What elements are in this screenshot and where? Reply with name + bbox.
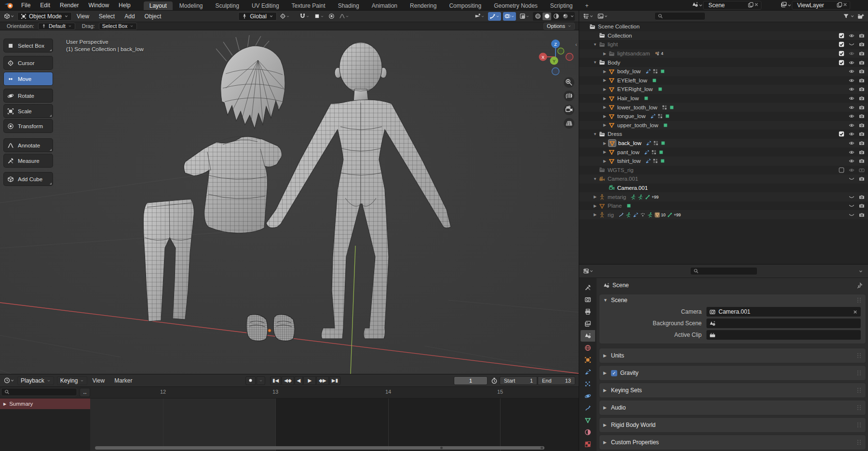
channel-search[interactable]: ↔ bbox=[1, 388, 77, 397]
timeline-scrollbar[interactable] bbox=[95, 446, 544, 450]
disable-render-icon[interactable] bbox=[859, 140, 865, 146]
eye-slot[interactable] bbox=[848, 51, 855, 56]
viewlayer-name[interactable]: ViewLayer bbox=[794, 2, 837, 9]
clear-icon[interactable] bbox=[853, 309, 858, 315]
outliner-row-camera-001[interactable]: Camera.001 bbox=[579, 184, 868, 193]
workspace-tab-rendering[interactable]: Rendering bbox=[404, 1, 442, 10]
overlays-toggle[interactable] bbox=[503, 12, 516, 21]
outliner-row-hair_low[interactable]: ▶Hair_low bbox=[579, 94, 868, 103]
visibility-toggle[interactable] bbox=[473, 12, 486, 21]
mod-icon[interactable] bbox=[652, 68, 658, 74]
outliner-row-light[interactable]: ▼light bbox=[579, 40, 868, 49]
disclosure-right-icon[interactable]: ▶ bbox=[601, 141, 608, 146]
workspace-tab-texture-paint[interactable]: Texture Paint bbox=[286, 1, 331, 10]
camera-slot[interactable] bbox=[858, 51, 865, 56]
transform-orientation-dropdown[interactable]: Global bbox=[238, 12, 277, 21]
chevron-down-icon[interactable] bbox=[787, 3, 792, 8]
hide-eye-icon[interactable] bbox=[849, 41, 854, 47]
checkbox-slot[interactable] bbox=[838, 60, 845, 66]
tool-select-box[interactable]: Select Box bbox=[4, 39, 53, 52]
tool-add-cube[interactable]: Add Cube bbox=[4, 172, 53, 186]
camera-slot[interactable] bbox=[858, 131, 865, 137]
meshdata-icon[interactable] bbox=[643, 95, 649, 101]
close-icon[interactable] bbox=[842, 2, 848, 7]
object-mode-dropdown[interactable]: Object Mode bbox=[17, 12, 72, 21]
eye-slot[interactable] bbox=[848, 140, 855, 146]
disable-render-icon[interactable] bbox=[859, 122, 865, 128]
outliner-row-back_low[interactable]: ▶back_low bbox=[579, 139, 868, 148]
menu-help[interactable]: Help bbox=[114, 2, 136, 9]
meshdata-icon[interactable] bbox=[626, 203, 632, 209]
hide-eye-icon[interactable] bbox=[849, 203, 854, 209]
eye-slot[interactable] bbox=[848, 105, 855, 110]
dots-icon[interactable] bbox=[640, 212, 646, 218]
menu-file[interactable]: File bbox=[16, 2, 35, 9]
disclosure-right-icon[interactable]: ▶ bbox=[601, 78, 608, 82]
collection-checkbox-on[interactable] bbox=[839, 51, 844, 56]
camera-slot[interactable] bbox=[858, 41, 865, 47]
timeline-menu-marker[interactable]: Marker bbox=[109, 377, 137, 384]
checkbox-slot[interactable] bbox=[838, 131, 845, 137]
wrench-icon[interactable] bbox=[650, 113, 656, 119]
pose-icon[interactable] bbox=[625, 212, 631, 218]
outliner-row-upper_tooth_low[interactable]: ▶upper_tooth_low bbox=[579, 121, 868, 130]
meshdata-icon[interactable] bbox=[665, 113, 670, 119]
properties-tab-physics[interactable] bbox=[581, 390, 595, 402]
mod-icon[interactable] bbox=[657, 113, 663, 119]
properties-tab-constraints[interactable] bbox=[581, 402, 595, 414]
meshdata-icon[interactable] bbox=[660, 158, 665, 164]
mesh-shoes[interactable] bbox=[246, 315, 295, 341]
mesh-pant-low[interactable] bbox=[143, 199, 194, 321]
checkbox-slot[interactable] bbox=[838, 41, 845, 47]
camera-slot[interactable] bbox=[858, 95, 865, 101]
disclosure-down-icon[interactable]: ▼ bbox=[592, 177, 598, 181]
current-frame-field[interactable]: 1 bbox=[454, 376, 488, 385]
disable-render-icon[interactable] bbox=[859, 105, 865, 110]
play-button[interactable]: ▶ bbox=[303, 376, 316, 385]
properties-tab-output[interactable] bbox=[581, 306, 595, 318]
close-icon[interactable] bbox=[842, 2, 848, 9]
disclosure-right-icon[interactable]: ▶ bbox=[601, 52, 608, 56]
menu-window[interactable]: Window bbox=[83, 2, 114, 9]
collection-checkbox-on[interactable] bbox=[839, 33, 844, 39]
meshdata-icon[interactable] bbox=[663, 122, 668, 128]
meshdata-icon[interactable] bbox=[669, 105, 675, 110]
outliner-row-scene collection[interactable]: Scene Collection bbox=[579, 22, 868, 31]
disclosure-right-icon[interactable]: ▶ bbox=[601, 105, 608, 109]
menu-edit[interactable]: Edit bbox=[35, 2, 55, 9]
outliner-row-collection[interactable]: Collection bbox=[579, 31, 868, 40]
hide-eye-icon[interactable] bbox=[849, 113, 854, 119]
end-frame-field[interactable]: End13 bbox=[538, 376, 575, 385]
properties-options-chevron[interactable] bbox=[858, 269, 863, 274]
jump-start-button[interactable]: ▮◀ bbox=[270, 376, 281, 385]
keying-sets-header[interactable]: ▶Keying Sets bbox=[599, 383, 866, 398]
hide-eye-icon[interactable] bbox=[849, 33, 854, 39]
disable-render-icon[interactable] bbox=[859, 41, 865, 47]
outliner-search-input[interactable] bbox=[654, 12, 705, 20]
rigid-body-world-header[interactable]: ▶Rigid Body World bbox=[599, 418, 866, 432]
hide-eye-icon[interactable] bbox=[849, 122, 854, 128]
mesh-body-low[interactable] bbox=[266, 42, 451, 339]
outliner-editor-icon[interactable] bbox=[583, 13, 589, 19]
disable-render-icon[interactable] bbox=[859, 194, 865, 200]
workspace-tab-+[interactable]: + bbox=[580, 1, 595, 10]
gizmo-neg-z[interactable] bbox=[552, 68, 559, 75]
viewport-menu-object[interactable]: Object bbox=[140, 13, 166, 20]
timeline-tracks[interactable] bbox=[90, 398, 579, 451]
chevron-down-icon[interactable] bbox=[604, 14, 608, 18]
disclosure-right-icon[interactable]: ▶ bbox=[601, 87, 608, 92]
outliner-row-tongue_low[interactable]: ▶tongue_low bbox=[579, 112, 868, 121]
eye-slot[interactable] bbox=[848, 41, 855, 47]
menu-render[interactable]: Render bbox=[55, 2, 83, 9]
disclosure-right-icon[interactable]: ▶ bbox=[601, 69, 608, 74]
hide-eye-icon[interactable] bbox=[849, 105, 854, 110]
workspace-tab-animation[interactable]: Animation bbox=[366, 1, 403, 10]
disclosure-down-icon[interactable]: ▼ bbox=[592, 132, 598, 136]
viewport-nav-buttons[interactable] bbox=[564, 77, 574, 129]
collection-checkbox-on[interactable] bbox=[839, 41, 844, 47]
camera-slot[interactable] bbox=[858, 105, 865, 110]
camera-slot[interactable] bbox=[858, 203, 865, 209]
viewlayer-selector[interactable]: ViewLayer bbox=[781, 1, 850, 10]
mod-icon[interactable] bbox=[653, 140, 659, 146]
workspace-tab-sculpting[interactable]: Sculpting bbox=[210, 1, 245, 10]
